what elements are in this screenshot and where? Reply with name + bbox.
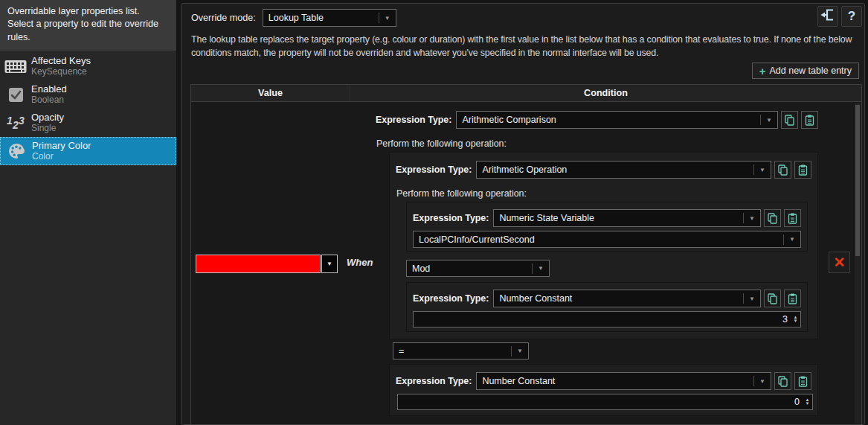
condition-tree: Expression Type: Arithmetic Comparison ▼ xyxy=(376,111,818,424)
overrides-editor-window: Overridable layer properties list. Selec… xyxy=(0,0,868,425)
copy-icon xyxy=(785,115,794,126)
sidebar-item-enabled[interactable]: Enabled Boolean xyxy=(0,80,176,109)
sidebar-item-opacity[interactable]: 123 Opacity Single xyxy=(0,109,176,137)
paste-icon xyxy=(805,115,814,126)
svg-text:2: 2 xyxy=(12,119,19,131)
value-color-picker: ▼ xyxy=(196,255,338,273)
expression-type-select-variable[interactable]: Numeric State Variable ▼ xyxy=(493,209,761,227)
chevron-down-icon: ▼ xyxy=(784,236,800,243)
sidebar-header: Overridable layer properties list. Selec… xyxy=(0,0,176,51)
expression-type-label: Expression Type: xyxy=(413,213,489,223)
tree-icon xyxy=(820,7,836,26)
vertical-scrollbar[interactable] xyxy=(855,103,861,424)
paste-button[interactable] xyxy=(794,372,811,390)
property-label: Affected Keys xyxy=(31,56,91,67)
keyboard-icon xyxy=(0,60,31,74)
chevron-down-icon: ▼ xyxy=(744,295,760,302)
sidebar-item-primary-color[interactable]: Primary Color Color xyxy=(0,137,176,165)
copy-icon xyxy=(778,376,788,387)
number-spinner[interactable]: ▲ ▼ xyxy=(791,316,800,323)
spin-down-icon[interactable]: ▼ xyxy=(806,402,810,406)
chevron-down-icon: ▼ xyxy=(512,348,528,354)
copy-button[interactable] xyxy=(764,290,781,307)
expression-type-label: Expression Type: xyxy=(396,376,472,386)
expression-type-select-constant-3[interactable]: Number Constant ▼ xyxy=(493,290,761,307)
perform-operation-label: Perform the following operation: xyxy=(376,138,507,149)
spin-down-icon[interactable]: ▼ xyxy=(794,319,798,323)
expression-row-constant-0: Expression Type: Number Constant ▼ xyxy=(396,372,811,390)
number-spinner[interactable]: ▲ ▼ xyxy=(803,398,812,406)
override-editor-panel: Override mode: Lookup Table ▼ ? The look… xyxy=(181,3,865,425)
property-type: Single xyxy=(31,124,64,134)
property-label: Opacity xyxy=(31,112,64,124)
override-mode-row: Override mode: Lookup Table ▼ xyxy=(191,9,396,27)
expression-row-constant-3: Expression Type: Number Constant ▼ xyxy=(413,290,801,307)
paste-icon xyxy=(798,164,808,176)
svg-text:1: 1 xyxy=(7,115,13,127)
expression-type-label: Expression Type: xyxy=(413,293,489,304)
color-dropdown-button[interactable]: ▼ xyxy=(321,255,338,273)
paste-button[interactable] xyxy=(801,111,818,129)
when-label: When xyxy=(347,257,373,268)
operand1-operand2-group: Expression Type: Number Constant ▼ xyxy=(406,282,808,332)
delete-icon: ✕ xyxy=(834,255,846,269)
paste-button[interactable] xyxy=(784,290,801,307)
help-button[interactable]: ? xyxy=(841,6,862,27)
chevron-down-icon: ▼ xyxy=(754,378,771,385)
expression-type-select-operand1[interactable]: Arithmetic Operation ▼ xyxy=(476,161,771,179)
number-constant-input-0[interactable]: 0 ▲ ▼ xyxy=(397,394,813,410)
column-header-condition: Condition xyxy=(350,85,861,101)
chevron-down-icon: ▼ xyxy=(754,167,771,173)
operator-select-mod[interactable]: Mod ▼ xyxy=(406,260,550,277)
property-label: Primary Color xyxy=(32,141,91,152)
operand1-group: Expression Type: Arithmetic Operation ▼ xyxy=(389,152,818,339)
property-type: Color xyxy=(32,152,91,162)
copy-button[interactable] xyxy=(774,372,791,390)
scrollbar-thumb[interactable] xyxy=(855,105,860,256)
paste-button[interactable] xyxy=(784,209,801,227)
paste-button[interactable] xyxy=(794,161,811,179)
copy-button[interactable] xyxy=(764,209,781,227)
override-mode-label: Override mode: xyxy=(191,13,256,23)
delete-entry-button[interactable]: ✕ xyxy=(829,252,850,273)
lookup-table-description: The lookup table replaces the target pro… xyxy=(191,33,861,60)
operator-select-equals[interactable]: = ▼ xyxy=(393,342,529,360)
condition-tree-button[interactable] xyxy=(817,6,838,27)
paste-icon xyxy=(798,376,808,387)
chevron-down-icon: ▼ xyxy=(533,265,549,272)
copy-icon xyxy=(778,164,788,176)
property-type: KeySequence xyxy=(31,67,91,77)
number-constant-input-3[interactable]: 3 ▲ ▼ xyxy=(413,311,801,327)
expression-row-variable: Expression Type: Numeric State Variable … xyxy=(413,209,801,227)
copy-button[interactable] xyxy=(781,111,798,129)
property-type: Boolean xyxy=(31,95,67,106)
copy-button[interactable] xyxy=(774,161,791,179)
chevron-down-icon: ▼ xyxy=(744,215,760,222)
sidebar-item-affected-keys[interactable]: Affected Keys KeySequence xyxy=(0,52,176,80)
copy-icon xyxy=(768,213,777,224)
table-header: Value Condition xyxy=(191,85,861,102)
override-mode-select[interactable]: Lookup Table ▼ xyxy=(263,9,396,27)
property-list: Affected Keys KeySequence Enabled Boolea… xyxy=(0,51,176,165)
palette-icon xyxy=(1,142,32,160)
add-table-entry-button[interactable]: + Add new table entry xyxy=(752,63,859,79)
chevron-down-icon: ▼ xyxy=(327,261,332,267)
copy-icon xyxy=(768,293,777,304)
numbers-icon: 123 xyxy=(0,115,31,131)
table-row: ▼ When Expression Type: Arithmetic Compa… xyxy=(191,103,861,424)
expression-row-operand1: Expression Type: Arithmetic Operation ▼ xyxy=(396,161,811,179)
expression-type-select-root[interactable]: Arithmetic Comparison ▼ xyxy=(456,111,778,129)
expression-row-root: Expression Type: Arithmetic Comparison ▼ xyxy=(376,111,818,129)
chevron-down-icon: ▼ xyxy=(761,117,777,124)
add-table-entry-label: Add new table entry xyxy=(770,65,852,76)
column-header-value: Value xyxy=(191,85,350,101)
question-mark-icon: ? xyxy=(848,9,855,24)
color-swatch[interactable] xyxy=(196,255,321,273)
paste-icon xyxy=(788,293,797,304)
svg-text:3: 3 xyxy=(19,115,25,127)
operand1-operand1-group: Expression Type: Numeric State Variable … xyxy=(406,202,808,252)
plus-icon: + xyxy=(759,65,766,77)
expression-type-select-constant-0[interactable]: Number Constant ▼ xyxy=(476,372,771,390)
perform-operation-label: Perform the following operation: xyxy=(396,188,527,199)
state-variable-select[interactable]: LocalPCInfo/CurrentSecond ▼ xyxy=(413,231,801,248)
